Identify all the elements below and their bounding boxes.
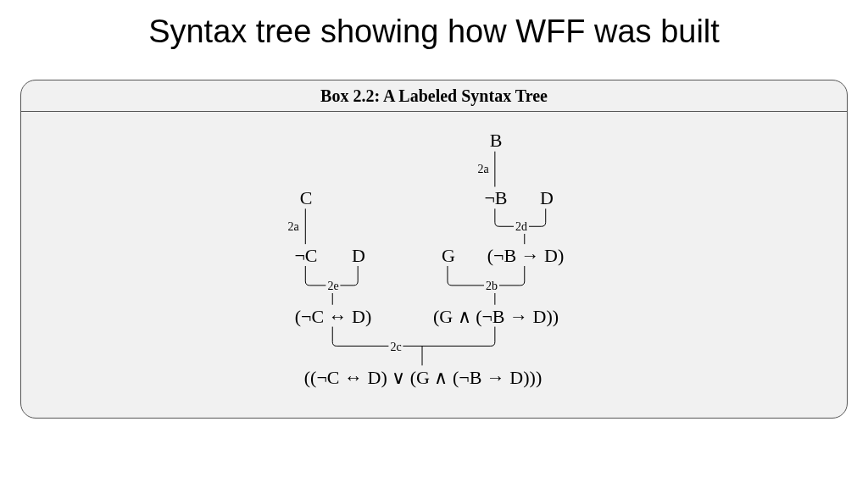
slide-title: Syntax tree showing how WFF was built <box>0 14 868 50</box>
node-D1: D <box>540 187 554 209</box>
node-B: B <box>490 130 503 152</box>
node-D2: D <box>352 245 365 267</box>
rule-label-r2a_C: 2a <box>286 220 300 234</box>
rule-label-r2b: 2b <box>484 280 499 293</box>
node-negC: ¬C <box>294 245 317 267</box>
box-heading: Box 2.2: A Labeled Syntax Tree <box>21 80 847 112</box>
node-conj: (G ∧ (¬B → D)) <box>433 306 559 328</box>
node-root: ((¬C ↔ D) ∨ (G ∧ (¬B → D))) <box>304 367 542 389</box>
rule-label-r2c: 2c <box>388 341 403 354</box>
rule-label-r2a_B: 2a <box>476 163 490 176</box>
node-impl: (¬B → D) <box>487 245 565 267</box>
rule-label-r2d: 2d <box>514 220 529 234</box>
tree-diagram: BC¬BD¬CDG(¬B → D)(¬C ↔ D)(G ∧ (¬B → D))(… <box>21 112 847 419</box>
rule-label-r2e: 2e <box>326 280 340 293</box>
node-negB: ¬B <box>484 187 507 209</box>
syntax-tree-box: Box 2.2: A Labeled Syntax Tree BC¬BD¬CDG… <box>20 80 848 419</box>
node-G: G <box>442 245 455 267</box>
node-C: C <box>300 187 313 209</box>
node-biimp: (¬C ↔ D) <box>295 306 372 328</box>
